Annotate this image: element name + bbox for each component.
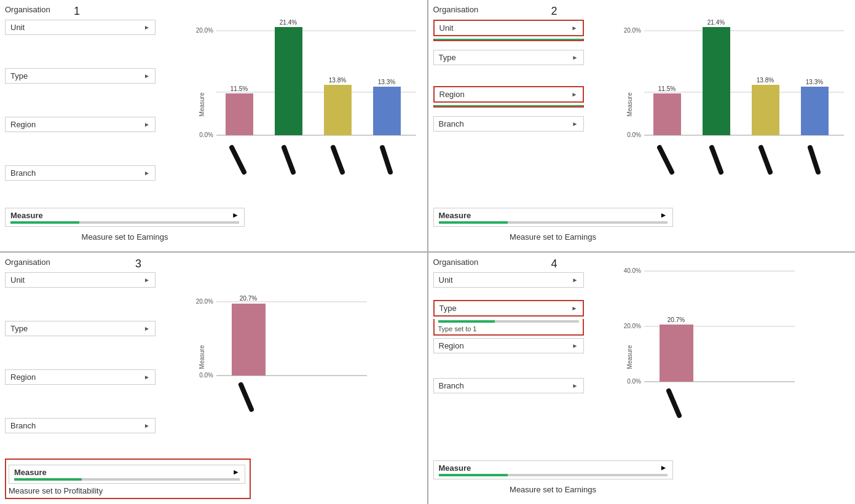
filter-branch-3[interactable]: Branch ► xyxy=(5,418,156,433)
panel-3: Organisation 3 Unit ► Type ► Region ► Br… xyxy=(0,253,427,504)
filter-branch-label-1: Branch xyxy=(10,168,36,178)
svg-text:21.4%: 21.4% xyxy=(279,19,296,26)
svg-rect-41 xyxy=(232,304,266,376)
measure-row-1[interactable]: Measure ► xyxy=(5,208,245,227)
filter-unit-3[interactable]: Unit ► xyxy=(5,272,156,288)
arrow-region-2: ► xyxy=(572,91,578,98)
measure-bar-4 xyxy=(439,474,668,476)
arrow-measure-4: ► xyxy=(660,463,668,473)
arrow-type-3: ► xyxy=(144,325,150,332)
svg-line-17 xyxy=(382,148,390,172)
svg-text:11.5%: 11.5% xyxy=(230,85,247,92)
arrow-type-4: ► xyxy=(572,305,578,312)
chart-3: Measure 20.0% 0.0% 20.7% xyxy=(195,265,422,443)
org-label-1: Organisation xyxy=(5,5,50,14)
filter-unit-1[interactable]: Unit ► xyxy=(5,20,156,35)
svg-text:20.7%: 20.7% xyxy=(239,295,256,302)
filter-region-2[interactable]: Region ► xyxy=(433,86,584,103)
arrow-unit-4: ► xyxy=(572,277,578,283)
filter-branch-label-4: Branch xyxy=(439,381,464,390)
svg-text:11.5%: 11.5% xyxy=(658,85,676,92)
filter-type-label-1: Type xyxy=(10,71,28,81)
svg-text:20.0%: 20.0% xyxy=(195,298,213,305)
svg-rect-28 xyxy=(752,85,779,135)
filter-unit-2[interactable]: Unit ► xyxy=(433,20,584,36)
filter-region-1[interactable]: Region ► xyxy=(5,117,156,132)
svg-line-34 xyxy=(761,148,770,172)
measure-row-3[interactable]: Measure ► xyxy=(9,465,245,484)
arrow-branch-2: ► xyxy=(572,120,578,127)
arrow-branch-3: ► xyxy=(144,422,150,429)
svg-text:20.0%: 20.0% xyxy=(195,27,213,34)
arrow-region-4: ► xyxy=(572,342,578,349)
svg-rect-6 xyxy=(226,93,253,135)
svg-text:Measure: Measure xyxy=(199,92,205,116)
svg-text:Measure: Measure xyxy=(199,345,205,369)
panel-2: Organisation 2 Unit ► Type ► Region ► xyxy=(428,0,856,251)
svg-line-14 xyxy=(232,148,244,172)
arrow-measure-2: ► xyxy=(660,211,668,220)
panel-number-3: 3 xyxy=(135,258,141,270)
svg-line-16 xyxy=(333,148,342,172)
svg-rect-30 xyxy=(801,87,829,135)
measure-label-1: Measure xyxy=(10,211,43,220)
arrow-unit-1: ► xyxy=(144,24,150,31)
arrow-type-2: ► xyxy=(572,54,578,61)
filter-unit-4[interactable]: Unit ► xyxy=(433,272,584,288)
arrow-region-3: ► xyxy=(144,374,150,380)
measure-row-2[interactable]: Measure ► xyxy=(433,208,673,227)
filter-type-label-3: Type xyxy=(10,324,28,333)
svg-line-53 xyxy=(669,391,679,415)
arrow-measure-1: ► xyxy=(232,211,239,220)
svg-text:0.0%: 0.0% xyxy=(199,132,213,138)
panel-number-4: 4 xyxy=(551,258,558,270)
filter-region-label-3: Region xyxy=(10,372,36,382)
filter-branch-label-2: Branch xyxy=(439,119,464,128)
panel-number-1: 1 xyxy=(74,5,80,18)
measure-set-text-4: Measure set to Earnings xyxy=(510,485,596,494)
filter-region-3[interactable]: Region ► xyxy=(5,369,156,385)
svg-text:0.0%: 0.0% xyxy=(199,372,213,379)
measure-set-text-2: Measure set to Earnings xyxy=(510,232,596,242)
svg-line-32 xyxy=(660,148,672,172)
filter-branch-1[interactable]: Branch ► xyxy=(5,165,156,181)
panel-4: Organisation 4 Unit ► Type ► Type set to… xyxy=(428,253,856,504)
filter-type-3[interactable]: Type ► xyxy=(5,321,156,336)
measure-label-2: Measure xyxy=(439,211,471,220)
svg-rect-24 xyxy=(653,93,681,135)
svg-text:20.0%: 20.0% xyxy=(624,323,641,329)
arrow-unit-2: ► xyxy=(572,25,578,31)
main-grid: Organisation 1 Unit ► Type ► Region ► xyxy=(0,0,855,504)
measure-row-4[interactable]: Measure ► xyxy=(433,460,673,479)
chart-4: Measure 40.0% 20.0% 0.0% 20.7% xyxy=(623,259,850,455)
svg-text:13.8%: 13.8% xyxy=(328,77,345,84)
filter-region-label-4: Region xyxy=(439,341,464,350)
filter-region-label-1: Region xyxy=(10,120,36,129)
org-label-2: Organisation xyxy=(433,5,479,14)
svg-text:13.3%: 13.3% xyxy=(806,79,823,85)
measure-set-text-1: Measure set to Earnings xyxy=(82,232,168,242)
svg-line-33 xyxy=(712,148,721,172)
chart-2: Measure 20.0% 0.0% 11.5% 21.4% 13.8% 13.… xyxy=(623,12,850,191)
svg-text:0.0%: 0.0% xyxy=(627,132,641,138)
svg-rect-51 xyxy=(660,325,693,382)
svg-rect-12 xyxy=(373,87,401,135)
filter-type-label-4: Type xyxy=(439,304,457,313)
filter-branch-2[interactable]: Branch ► xyxy=(433,116,584,132)
filter-type-4[interactable]: Type ► xyxy=(433,300,584,317)
filter-region-4[interactable]: Region ► xyxy=(433,338,584,353)
svg-text:20.7%: 20.7% xyxy=(668,317,685,323)
filter-type-2[interactable]: Type ► xyxy=(433,50,584,65)
arrow-branch-1: ► xyxy=(144,170,150,176)
arrow-type-1: ► xyxy=(144,73,150,79)
arrow-region-1: ► xyxy=(144,121,150,128)
svg-text:0.0%: 0.0% xyxy=(627,378,641,385)
filter-type-label-2: Type xyxy=(439,53,456,62)
filter-branch-4[interactable]: Branch ► xyxy=(433,378,584,393)
svg-text:13.3%: 13.3% xyxy=(377,79,395,85)
filter-unit-label-1: Unit xyxy=(10,23,25,32)
svg-text:Measure: Measure xyxy=(626,92,633,116)
filter-type-1[interactable]: Type ► xyxy=(5,68,156,84)
svg-text:13.8%: 13.8% xyxy=(757,77,774,84)
arrow-unit-3: ► xyxy=(144,277,150,283)
